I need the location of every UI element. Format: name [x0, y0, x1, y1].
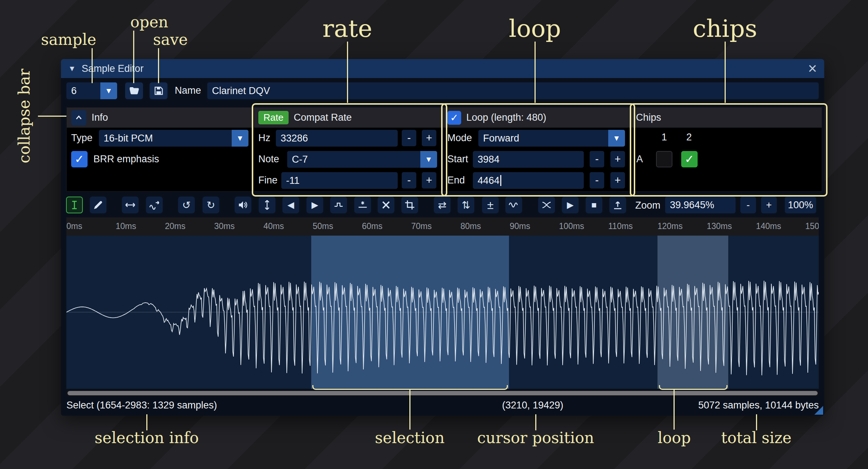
folder-icon [129, 85, 140, 96]
annotation-collapse-bar: collapse bar [15, 69, 33, 163]
fade-out-button[interactable]: ▶ [306, 197, 323, 213]
timeline-label: 110ms [608, 221, 633, 231]
zoom-out-button[interactable]: - [740, 197, 756, 213]
loop-end-input[interactable]: 4464 [473, 172, 584, 189]
hz-input[interactable]: 33286 [276, 130, 398, 147]
chip-1-checkbox[interactable] [656, 151, 672, 167]
insert-silence-icon [333, 199, 344, 210]
close-icon[interactable]: × [808, 62, 817, 75]
loop-start-minus-button[interactable]: - [590, 151, 604, 167]
chevron-down-icon[interactable]: ▼ [232, 130, 248, 147]
timeline-label: 10ms [116, 221, 136, 231]
floppy-icon [153, 85, 164, 96]
fine-label: Fine [258, 175, 278, 186]
timeline-label: 0ms [66, 221, 82, 231]
timeline-label: 50ms [313, 221, 333, 231]
fine-plus-button[interactable]: + [422, 172, 436, 189]
collapse-window-icon[interactable]: ▼ [68, 64, 76, 73]
zoom-in-button[interactable]: + [761, 197, 777, 213]
save-button[interactable] [150, 82, 167, 99]
timeline-label: 140ms [756, 221, 781, 231]
brr-emphasis-checkbox[interactable]: ✓ [71, 151, 88, 167]
zoom-reset-button[interactable]: 100% [785, 197, 816, 213]
edit-select-button[interactable] [66, 197, 83, 213]
plus-minus-icon: ± [487, 198, 494, 212]
hz-minus-button[interactable]: - [402, 130, 416, 146]
window-title: Sample Editor [82, 63, 144, 74]
loop-start-input[interactable]: 3984 [473, 151, 584, 168]
amplify-button[interactable] [235, 197, 251, 213]
waveform-scrollbar[interactable] [66, 390, 819, 396]
x-icon [381, 199, 391, 210]
stop-button[interactable]: ■ [586, 197, 602, 213]
chevron-down-icon[interactable]: ▼ [100, 82, 117, 99]
annotation-line-cursor-position [535, 414, 536, 430]
normalize-button[interactable] [259, 197, 275, 213]
preview-button[interactable]: ▶ [562, 197, 579, 213]
annotation-save: save [153, 31, 188, 49]
timeline-label: 100ms [559, 221, 584, 231]
timeline-label: 70ms [411, 221, 432, 231]
speaker-icon [238, 199, 248, 210]
annotation-loop: loop [509, 15, 561, 43]
redo-icon: ↻ [207, 199, 215, 211]
zoom-label: Zoom [635, 200, 660, 211]
wavetable-button[interactable] [609, 197, 626, 213]
brr-emphasis-label: BRR emphasis [93, 154, 159, 165]
hz-plus-button[interactable]: + [422, 130, 436, 146]
fine-input[interactable]: -11 [281, 172, 398, 189]
name-input[interactable]: Clarinet DQV [207, 82, 819, 99]
rate-button[interactable]: Rate [258, 111, 289, 124]
timeline-label: 150ms [805, 221, 819, 231]
type-select[interactable]: 16-bit PCM ▼ [99, 130, 248, 147]
crossfade-button[interactable] [538, 197, 555, 213]
redo-button[interactable]: ↻ [202, 197, 219, 213]
status-selection-info: Select (1654-2983: 1329 samples) [66, 400, 217, 411]
sign-invert-button[interactable]: ± [482, 197, 499, 213]
delete-button[interactable] [378, 197, 394, 213]
collapse-info-button[interactable] [71, 110, 86, 125]
sample-editor-window: ▼ Sample Editor × 6 ▼ Name Clarinet DQV [61, 59, 824, 416]
chip-2-checkbox[interactable]: ✓ [681, 151, 698, 167]
loop-enable-checkbox[interactable]: ✓ [447, 111, 461, 125]
loop-mode-select[interactable]: Forward ▼ [478, 130, 625, 147]
pencil-icon [93, 199, 104, 210]
fade-in-button[interactable]: ◀ [282, 197, 299, 213]
fine-minus-button[interactable]: - [402, 172, 416, 189]
note-value: C-7 [287, 151, 420, 168]
edit-draw-button[interactable] [90, 197, 107, 213]
annotation-line-selection-info [146, 414, 147, 430]
open-button[interactable] [125, 82, 143, 99]
note-select[interactable]: C-7 ▼ [287, 151, 437, 168]
scrollbar-thumb[interactable] [67, 391, 818, 395]
resize-grip[interactable] [814, 406, 823, 415]
sample-select[interactable]: 6 ▼ [66, 82, 117, 99]
resample-button[interactable] [146, 197, 163, 213]
reverse-button[interactable]: ⇄ [434, 197, 451, 213]
zoom-input[interactable]: 39.9645% [665, 197, 736, 213]
chevron-down-icon[interactable]: ▼ [608, 130, 625, 147]
undo-icon: ↺ [182, 199, 190, 211]
titlebar[interactable]: ▼ Sample Editor × [61, 59, 824, 78]
invert-button[interactable]: ⇅ [458, 197, 474, 213]
play-icon: ▶ [567, 200, 574, 210]
sine-wave-icon [508, 199, 519, 210]
loop-start-label: Start [447, 154, 468, 165]
filter-button[interactable] [505, 197, 522, 213]
timeline-ruler[interactable]: 0ms 10ms 20ms 30ms 40ms 50ms 60ms 70ms 8… [66, 217, 819, 236]
insert-silence-button[interactable] [330, 197, 347, 213]
upload-icon [612, 199, 623, 210]
undo-button[interactable]: ↺ [178, 197, 195, 213]
resize-button[interactable] [122, 197, 139, 213]
timeline-label: 80ms [460, 221, 481, 231]
loop-end-minus-button[interactable]: - [590, 172, 604, 189]
annotation-cursor-position: cursor position [477, 429, 594, 447]
waveform-view[interactable] [66, 236, 819, 389]
text-caret [500, 175, 501, 186]
apply-silence-button[interactable] [354, 197, 371, 213]
chevron-down-icon[interactable]: ▼ [420, 151, 437, 168]
loop-end-plus-button[interactable]: + [610, 172, 625, 189]
loop-start-plus-button[interactable]: + [610, 151, 625, 167]
trim-button[interactable] [401, 197, 418, 213]
chips-panel-header: Chips [632, 108, 822, 128]
